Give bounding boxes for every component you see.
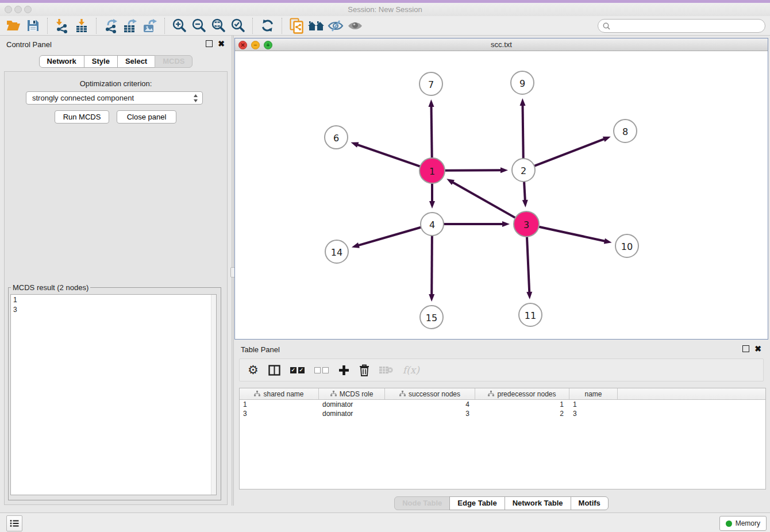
- export-table-icon[interactable]: [121, 17, 140, 35]
- search-input[interactable]: [613, 20, 765, 32]
- open-session-icon[interactable]: [3, 17, 23, 35]
- column-header-successor-nodes[interactable]: successor nodes: [385, 388, 475, 399]
- tab-style[interactable]: Style: [84, 55, 118, 68]
- clone-network-icon[interactable]: [287, 17, 306, 35]
- delete-column-icon[interactable]: [379, 362, 393, 378]
- tab-node-table[interactable]: Node Table: [394, 496, 450, 510]
- node-table: shared nameMCDS rolesuccessor nodesprede…: [239, 388, 766, 489]
- memory-status-icon: [726, 521, 732, 527]
- graph-node-label-2: 2: [521, 165, 526, 176]
- network-minimize-button[interactable]: −: [251, 41, 260, 49]
- graph-edge-1-7[interactable]: [432, 106, 432, 159]
- memory-button[interactable]: Memory: [719, 516, 767, 531]
- cell-mcds-role[interactable]: dominator: [319, 400, 385, 408]
- cell-predecessor-nodes[interactable]: 2: [475, 410, 569, 418]
- network-maximize-button[interactable]: +: [264, 41, 272, 49]
- graph-node-label-9: 9: [519, 78, 525, 89]
- memory-button-label: Memory: [736, 519, 760, 527]
- run-mcds-button[interactable]: Run MCDS: [55, 110, 109, 124]
- control-panel-header: Control Panel ✖: [0, 36, 232, 53]
- close-panel-button[interactable]: Close panel: [117, 110, 176, 124]
- window-minimize-button[interactable]: [14, 6, 22, 13]
- tab-mcds[interactable]: MCDS: [155, 55, 192, 68]
- graph-edge-1-2[interactable]: [444, 170, 501, 171]
- cell-successor-nodes[interactable]: 4: [385, 400, 475, 408]
- graph-edge-2-8[interactable]: [533, 139, 605, 167]
- network-canvas[interactable]: 7968124314101511: [235, 51, 768, 339]
- network-window-titlebar: ✕ − + scc.txt: [235, 38, 768, 51]
- vertical-splitter[interactable]: [232, 36, 234, 506]
- tab-select[interactable]: Select: [117, 55, 155, 68]
- add-icon[interactable]: [338, 362, 349, 378]
- toolbar-separator: [252, 18, 253, 34]
- graph-edge-1-6[interactable]: [357, 145, 421, 167]
- cell-successor-nodes[interactable]: 3: [385, 410, 475, 418]
- graph-arrowhead-4-15: [429, 294, 434, 302]
- graph-edge-3-10[interactable]: [538, 226, 605, 241]
- network-graph[interactable]: 7968124314101511: [235, 51, 768, 339]
- column-settings-icon[interactable]: ⚙: [248, 362, 259, 378]
- import-table-icon[interactable]: [72, 17, 91, 35]
- table-row-1[interactable]: 3dominator323: [240, 409, 765, 418]
- window-titlebar: Session: New Session: [0, 3, 770, 17]
- zoom-out-icon[interactable]: [189, 17, 209, 35]
- split-panel-icon[interactable]: [268, 362, 280, 378]
- control-panel-tabs: NetworkStyleSelectMCDS: [0, 55, 232, 68]
- graph-edge-3-1[interactable]: [453, 182, 517, 218]
- birds-eye-view-icon[interactable]: [345, 17, 365, 35]
- export-image-icon[interactable]: [140, 17, 160, 35]
- graph-arrowhead-4-3: [502, 221, 510, 227]
- graph-node-label-14: 14: [331, 247, 342, 258]
- import-network-icon[interactable]: [52, 17, 72, 35]
- graph-node-label-11: 11: [525, 310, 536, 321]
- criterion-dropdown[interactable]: strongly connected component: [26, 91, 203, 105]
- graph-node-label-1: 1: [429, 166, 435, 177]
- function-builder-icon[interactable]: f(x): [403, 362, 419, 378]
- zoom-in-icon[interactable]: [170, 17, 189, 35]
- column-header-predecessor-nodes[interactable]: predecessor nodes: [475, 388, 569, 399]
- graph-arrowhead-1-4: [429, 201, 435, 209]
- deselect-all-icon[interactable]: [314, 362, 329, 378]
- window-zoom-button[interactable]: [24, 6, 32, 13]
- cell-shared-name[interactable]: 3: [240, 410, 319, 418]
- zoom-selected-icon[interactable]: [228, 17, 248, 35]
- mcds-result-text[interactable]: 1 3: [10, 294, 217, 495]
- graph-edge-2-3[interactable]: [524, 180, 525, 201]
- save-session-icon[interactable]: [23, 17, 43, 35]
- network-close-button[interactable]: ✕: [238, 41, 247, 49]
- show-all-networks-icon[interactable]: [306, 17, 326, 35]
- column-header-shared-name[interactable]: shared name: [240, 388, 319, 399]
- export-network-icon[interactable]: [101, 17, 121, 35]
- select-all-icon[interactable]: ✓✓: [290, 362, 305, 378]
- cell-predecessor-nodes[interactable]: 1: [475, 400, 569, 408]
- result-scrollbar[interactable]: [211, 295, 216, 495]
- zoom-fit-icon[interactable]: [209, 17, 228, 35]
- graph-edge-3-11[interactable]: [527, 236, 529, 292]
- tab-network[interactable]: Network: [39, 55, 84, 68]
- window-close-button[interactable]: [5, 6, 12, 13]
- cell-name[interactable]: 3: [569, 410, 618, 418]
- column-header-name[interactable]: name: [569, 388, 618, 399]
- close-panel-icon[interactable]: ✖: [218, 41, 225, 47]
- graph-edge-4-14[interactable]: [358, 227, 422, 245]
- show-task-history-button[interactable]: [6, 515, 22, 531]
- column-header-mcds-role[interactable]: MCDS role: [319, 388, 385, 399]
- cell-name[interactable]: 1: [569, 400, 618, 408]
- table-row-0[interactable]: 1dominator411: [240, 400, 765, 409]
- cell-shared-name[interactable]: 1: [240, 400, 319, 408]
- tab-edge-table[interactable]: Edge Table: [449, 496, 505, 510]
- graph-edge-2-9[interactable]: [523, 105, 523, 160]
- tab-motifs[interactable]: Motifs: [571, 496, 609, 510]
- mcds-result-group: MCDS result (2 nodes) 1 3: [8, 283, 221, 500]
- graph-edge-4-15[interactable]: [432, 234, 432, 295]
- tab-network-table[interactable]: Network Table: [505, 496, 571, 510]
- apply-layout-icon[interactable]: [257, 17, 277, 35]
- close-panel-icon[interactable]: ✖: [754, 346, 761, 352]
- hide-graphics-details-icon[interactable]: [326, 17, 345, 35]
- float-panel-icon[interactable]: [206, 40, 213, 47]
- float-panel-icon[interactable]: [742, 345, 749, 352]
- delete-icon[interactable]: [359, 362, 369, 378]
- chevron-up-down-icon: [193, 94, 198, 105]
- cell-mcds-role[interactable]: dominator: [319, 410, 385, 418]
- search-box[interactable]: [598, 19, 765, 33]
